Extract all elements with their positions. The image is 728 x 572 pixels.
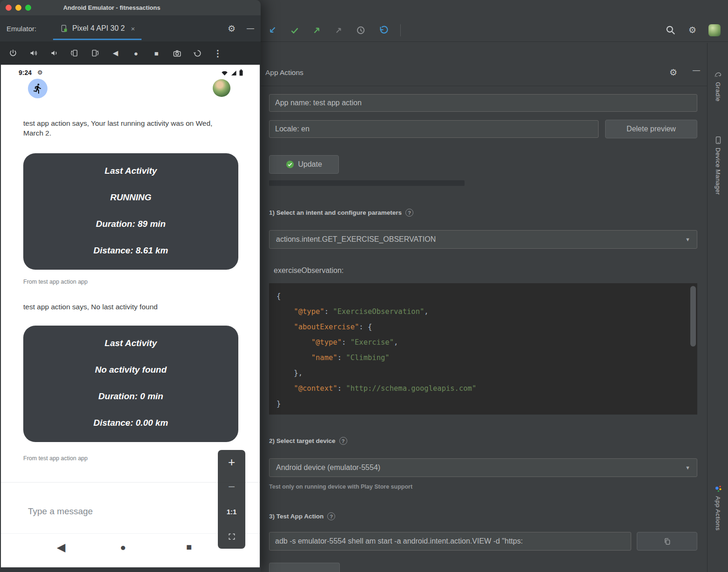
zoom-fit-button[interactable] — [218, 524, 245, 549]
signal-icon — [230, 70, 237, 76]
chat-message: test app action says, No last activity f… — [23, 302, 214, 312]
emulator-settings-icon[interactable]: ⚙ — [228, 24, 236, 33]
overview-button[interactable]: ■ — [146, 49, 167, 57]
zoom-in-button[interactable]: + — [218, 450, 245, 475]
obscured-text-bar — [269, 180, 465, 186]
adb-command-field[interactable] — [269, 532, 631, 551]
minimize-window-button[interactable] — [15, 5, 21, 11]
arrow-southwest-icon[interactable] — [267, 25, 277, 35]
search-icon[interactable] — [665, 25, 676, 36]
help-icon[interactable]: ? — [405, 209, 413, 217]
home-button[interactable]: ● — [126, 49, 146, 57]
close-window-button[interactable] — [6, 5, 12, 11]
panel-header-divider — [261, 86, 707, 86]
emulator-window: Android Emulator - fitnessactions Emulat… — [0, 0, 261, 572]
maximize-window-button[interactable] — [25, 5, 31, 11]
close-tab-icon[interactable]: × — [131, 25, 135, 33]
zoom-ratio-button[interactable]: 1:1 — [218, 499, 245, 524]
phone-screen: 9:24 ⚙ test app action says, Your last r… — [1, 65, 260, 567]
gradle-icon — [714, 71, 722, 79]
locale-field[interactable] — [269, 120, 599, 138]
stripe-label-app-actions: App Actions — [715, 496, 721, 531]
wifi-icon — [221, 70, 228, 76]
emulator-controls-bar: ◀ ● ■ ⋮ — [0, 41, 261, 65]
nav-home-button[interactable]: ● — [120, 542, 126, 553]
device-value: Android device (emulator-5554) — [276, 463, 380, 472]
status-time: 9:24 — [19, 69, 32, 76]
user-avatar — [213, 79, 230, 97]
section-3-label: 3) Test App Action ? — [269, 512, 335, 520]
chat-message: test app action says, Your last running … — [23, 118, 214, 138]
activity-card: Last Activity No activity found Duration… — [23, 326, 238, 442]
power-button[interactable] — [3, 48, 23, 58]
emulator-minimize-icon[interactable]: — — [247, 24, 254, 33]
screenshot-camera-button[interactable] — [167, 48, 187, 58]
chat-caption: From test app action app — [23, 279, 88, 285]
card-title: Last Activity — [29, 338, 233, 348]
snapshot-restore-button[interactable] — [187, 48, 208, 58]
emulator-tab-bar: Emulator: Pixel 4 API 30 2 × ⚙ — — [0, 15, 261, 41]
copy-command-button[interactable] — [637, 532, 697, 551]
arrow-northeast-icon[interactable] — [312, 25, 322, 35]
more-options-button[interactable]: ⋮ — [208, 48, 228, 59]
stripe-label-gradle: Gradle — [715, 82, 721, 102]
undo-icon[interactable] — [378, 25, 388, 35]
back-button[interactable]: ◀ — [105, 49, 126, 57]
target-device-dropdown[interactable]: Android device (emulator-5554) ▼ — [269, 458, 697, 477]
delete-preview-label: Delete preview — [627, 125, 676, 133]
parameter-label: exerciseObservation: — [274, 266, 344, 275]
app-actions-icon — [714, 484, 722, 493]
zoom-controls: + − 1:1 — [218, 450, 245, 549]
stripe-item-gradle[interactable]: Gradle — [708, 71, 728, 102]
update-check-icon — [286, 160, 294, 169]
panel-title: App Actions — [265, 68, 303, 77]
device-tab[interactable]: Pixel 4 API 30 2 × — [53, 15, 142, 41]
chevron-down-icon: ▼ — [685, 237, 690, 242]
nav-back-button[interactable]: ◀ — [57, 541, 65, 554]
update-label: Update — [298, 160, 322, 169]
chat-caption: From test app action app — [23, 455, 88, 462]
arrow-northeast-dim-icon[interactable] — [334, 26, 344, 35]
volume-up-button[interactable] — [23, 48, 44, 58]
battery-icon — [239, 69, 243, 76]
copy-icon — [663, 538, 671, 545]
app-name-field[interactable] — [269, 94, 697, 112]
card-activity: No activity found — [29, 365, 233, 375]
delete-preview-button[interactable]: Delete preview — [605, 120, 697, 138]
check-icon[interactable] — [290, 25, 300, 35]
message-input[interactable] — [28, 502, 168, 521]
phone-tab-icon — [60, 24, 68, 33]
panel-settings-icon[interactable]: ⚙ — [669, 68, 677, 77]
stripe-item-device-manager[interactable]: Device Manager — [708, 136, 728, 195]
update-button[interactable]: Update — [269, 155, 339, 174]
assistant-avatar — [28, 79, 47, 98]
card-duration: Duration: 89 min — [29, 219, 233, 229]
intent-value: actions.intent.GET_EXERCISE_OBSERVATION — [276, 235, 436, 244]
panel-minimize-icon[interactable]: — — [693, 66, 700, 75]
settings-gear-icon[interactable]: ⚙ — [688, 26, 696, 34]
intent-dropdown[interactable]: actions.intent.GET_EXERCISE_OBSERVATION … — [269, 230, 697, 249]
section-1-label: 1) Select an intent and configure parame… — [269, 209, 413, 217]
window-title: Android Emulator - fitnessactions — [42, 4, 182, 11]
nav-overview-button[interactable]: ■ — [186, 542, 192, 552]
partial-bottom-button[interactable] — [269, 563, 340, 572]
rotate-left-button[interactable] — [64, 48, 85, 58]
help-icon[interactable]: ? — [327, 512, 335, 520]
rotate-right-button[interactable] — [85, 48, 105, 58]
status-gear-icon: ⚙ — [37, 69, 43, 76]
ide-main-toolbar: ⚙ — [261, 19, 728, 42]
device-manager-icon — [715, 136, 722, 144]
help-icon[interactable]: ? — [339, 437, 347, 445]
tool-window-stripe: Gradle Device Manager App Actions — [707, 43, 728, 572]
volume-down-button[interactable] — [44, 48, 64, 58]
stripe-item-app-actions[interactable]: App Actions — [708, 484, 728, 531]
device-note: Test only on running device with Play St… — [269, 483, 412, 490]
active-tab-underline — [53, 39, 142, 40]
code-scrollbar-thumb[interactable] — [690, 286, 696, 347]
json-code-block[interactable]: { "@type": "ExerciseObservation", "about… — [269, 283, 697, 415]
card-distance: Distance: 8.61 km — [29, 245, 233, 256]
profile-avatar[interactable] — [708, 24, 721, 36]
zoom-out-button[interactable]: − — [218, 475, 245, 499]
history-clock-icon[interactable] — [356, 25, 366, 35]
card-distance: Distance: 0.00 km — [29, 418, 233, 428]
